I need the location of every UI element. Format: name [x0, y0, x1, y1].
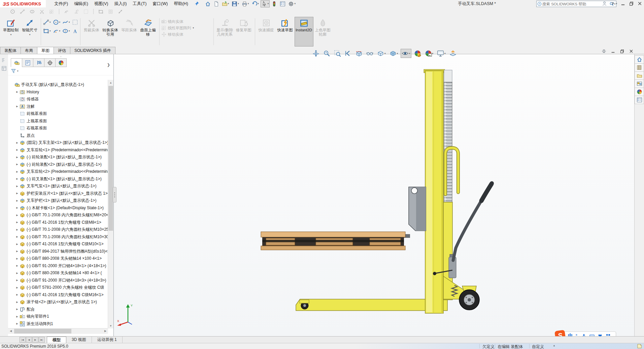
rectangle-tool-icon[interactable] — [98, 9, 103, 14]
tree-item[interactable]: ▶叉车后轮<2> (Predeterminado<<Predeterminado… — [8, 168, 108, 176]
offsetsurf-button[interactable]: 曲面上偏移 — [139, 17, 158, 46]
open-file-button[interactable]: ▾ — [221, 0, 230, 7]
dock-button[interactable] — [600, 48, 608, 54]
arc-tool-icon[interactable] — [64, 9, 69, 14]
home-button[interactable] — [635, 55, 644, 64]
tree-item[interactable]: ▶配合 — [8, 306, 108, 313]
pickframe-tool-button[interactable] — [72, 19, 78, 26]
scrollbar-thumb[interactable] — [108, 86, 113, 231]
sogou-lang-toggle[interactable]: 中 — [568, 333, 573, 336]
close-button[interactable] — [636, 0, 643, 7]
trim-button[interactable]: 剪裁实体 — [82, 17, 101, 46]
expand-arrow-icon[interactable]: ▶ — [15, 308, 20, 311]
tree-item[interactable]: ▶派生活动阵列1 — [8, 320, 108, 328]
expand-arrow-icon[interactable]: ▶ — [15, 91, 20, 93]
new-file-button[interactable] — [212, 0, 220, 7]
dropdown-icon[interactable]: ▾ — [29, 32, 31, 37]
hide-annotations-button[interactable] — [365, 49, 374, 58]
text-tool-button[interactable]: A — [72, 28, 78, 34]
menu-1[interactable]: 文件(F) — [51, 0, 71, 8]
tree-item[interactable]: ▶(-) 前轮装配<2> (默认<默认_显示状态-1>) — [8, 161, 108, 168]
dropdown-icon[interactable]: ▾ — [69, 21, 70, 24]
pane-list-icon[interactable] — [1, 66, 7, 71]
scrollbar-thumb[interactable] — [14, 329, 71, 334]
doc-tab-运动算例 1[interactable]: 运动算例 1 — [92, 337, 123, 343]
mirror-tool-icon[interactable] — [49, 9, 54, 14]
rapid-button[interactable]: 快速草图 — [276, 17, 295, 46]
tab-草图[interactable]: 草图 — [37, 47, 54, 54]
tree-item[interactable]: ▶(-) GB/T 41-2016 1型六角螺母 C级M10<1> — [8, 241, 108, 248]
panel-tab-configurationmanager[interactable] — [33, 58, 44, 67]
expand-arrow-icon[interactable]: ▶ — [15, 243, 20, 246]
tab-布局[interactable]: 布局 — [21, 47, 37, 54]
skin-icon[interactable] — [598, 334, 603, 337]
tree-item[interactable]: ▶A注解 — [8, 103, 108, 110]
display-style-button[interactable]: ▾ — [388, 49, 399, 58]
line-tool-icon[interactable] — [20, 9, 25, 14]
toolbox-grid-icon[interactable] — [606, 334, 611, 337]
panel-tab-featuremanager[interactable] — [11, 58, 22, 67]
zoom-fit-button[interactable] — [311, 49, 320, 58]
dropdown-icon[interactable]: ▾ — [616, 2, 617, 5]
dropdown-icon[interactable]: ▾ — [69, 30, 70, 32]
menu-7[interactable]: 帮助(H) — [171, 0, 191, 8]
tree-item[interactable]: ▶(-) GB/T 894-2017 轴用弹性挡圈A型(d0≥10)<1> — [8, 248, 108, 255]
tab-SOLIDWORKS 插件[interactable]: SOLIDWORKS 插件 — [70, 47, 115, 54]
spline-tool-button[interactable]: ▾ — [62, 19, 70, 26]
dropdown-icon[interactable]: ▾ — [238, 2, 239, 5]
expand-arrow-icon[interactable]: ▶ — [15, 315, 20, 318]
pattern-tool-icon[interactable] — [83, 9, 89, 14]
expand-arrow-icon[interactable]: ▶ — [15, 286, 20, 289]
tree-item[interactable]: ▶(-) GB/T 880-2008 无头销轴14 ×80 4<1> ( — [8, 269, 108, 277]
dropdown-icon[interactable]: ▾ — [193, 27, 194, 29]
3d-drawing-view-button[interactable] — [448, 49, 457, 58]
scroll-up-icon[interactable]: ▲ — [108, 80, 113, 85]
tree-item[interactable]: ▶(-) GB/T 70.1-2008 内六角圆柱头螺钉M10×30<1> — [8, 233, 108, 241]
expand-arrow-icon[interactable]: ▶ — [15, 192, 20, 195]
tree-item[interactable]: ▶护栏安装压片<1> (默认<<默认>_显示状态 1>) — [8, 190, 108, 197]
appearances-button[interactable] — [635, 88, 644, 96]
ellipse-tool-button[interactable]: ▾ — [62, 28, 70, 34]
design-library-button[interactable] — [635, 63, 644, 72]
expand-arrow-icon[interactable]: ▶ — [15, 105, 20, 108]
tree-item[interactable]: ▶叉车后轮<1> (Predeterminado<<Predeterminado… — [8, 147, 108, 154]
hide-show-items-button[interactable]: ▾ — [401, 49, 411, 58]
tree-item[interactable]: ▶(-) GB/T 41-2016 1型六角螺母 C级M8<1> — [8, 219, 108, 226]
select-cursor-button[interactable]: ▾ — [261, 0, 270, 7]
ellipse-tool-icon[interactable] — [30, 9, 35, 14]
status-custom-arrow-icon[interactable]: ▴ — [553, 344, 555, 347]
panel-tab-propertymanager[interactable] — [22, 58, 33, 67]
edit-appearance-button[interactable] — [413, 49, 422, 58]
scroll-left-icon[interactable]: ◀ — [8, 328, 13, 333]
keyboard-icon[interactable] — [589, 334, 595, 337]
tree-item[interactable]: ▶(-) GB/T 70.1-2008 内六角圆柱头螺钉M8×20<1> — [8, 212, 108, 219]
dropdown-icon[interactable]: ▾ — [228, 2, 229, 5]
panel-tab-displaymanager[interactable] — [55, 58, 67, 67]
dropdown-icon[interactable]: ▾ — [49, 21, 51, 24]
tree-item[interactable]: ▶(固定) 叉车主架<1> (默认<默认_显示状态-1>) — [8, 139, 108, 147]
expand-arrow-icon[interactable]: ▶ — [15, 293, 20, 296]
dropdown-icon[interactable]: ▾ — [397, 52, 398, 55]
move-button[interactable]: 移动实体 — [161, 32, 212, 37]
menu-2[interactable]: 编辑(E) — [71, 0, 91, 8]
tab-装配体[interactable]: 装配体 — [0, 47, 21, 54]
next-tab-button[interactable]: ▶ — [32, 337, 38, 343]
menu-6[interactable]: 窗口(W) — [149, 0, 171, 8]
mirror-button[interactable]: 镜向实体 — [161, 19, 212, 24]
sogou-logo-icon[interactable]: S — [554, 330, 566, 336]
dropdown-icon[interactable]: ▾ — [444, 52, 446, 55]
dropdown-icon[interactable]: ▾ — [59, 21, 61, 24]
tree-item[interactable]: 右视基准面 — [8, 125, 108, 132]
expand-arrow-icon[interactable]: ▶ — [15, 207, 20, 209]
expand-arrow-icon[interactable]: ▶ — [15, 214, 20, 217]
doc-tab-模型[interactable]: 模型 — [47, 337, 66, 343]
tree-item[interactable]: 上视基准面 — [8, 118, 108, 125]
repair-button[interactable]: 修复草图 — [234, 17, 253, 46]
sketch-button[interactable]: 草图绘制▾ — [1, 17, 20, 46]
tree-item[interactable]: ▶镜向零部件1 — [8, 313, 108, 320]
menu-4[interactable]: 插入(I) — [111, 0, 130, 8]
view-settings-button[interactable]: ▾ — [436, 49, 447, 58]
model-base-leg[interactable] — [296, 299, 447, 311]
rect-tool-button[interactable]: ▾ — [43, 28, 51, 34]
last-tab-button[interactable]: ▶| — [39, 337, 45, 343]
